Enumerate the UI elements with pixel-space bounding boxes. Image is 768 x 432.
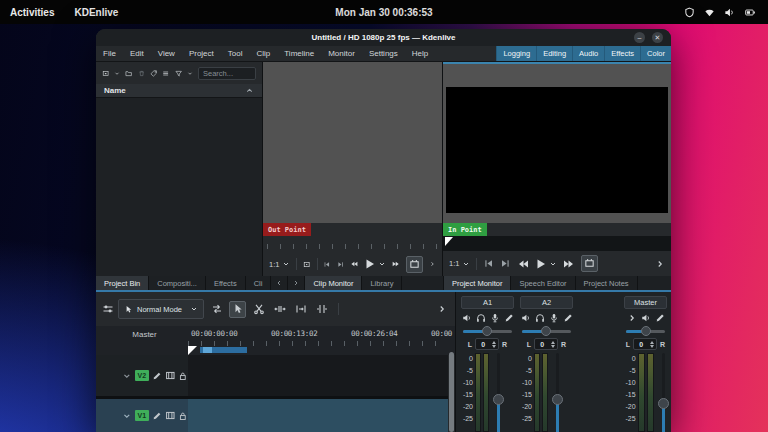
play-button[interactable] (364, 258, 386, 270)
volume-slider[interactable] (550, 351, 565, 432)
add-clip-icon[interactable] (102, 68, 109, 79)
layout-editing-button[interactable]: Editing (536, 46, 572, 61)
layout-color-button[interactable]: Color (640, 46, 671, 61)
selection-tool-button[interactable] (229, 301, 246, 318)
filter-icon[interactable] (175, 68, 182, 79)
slip-tool-button[interactable] (313, 301, 330, 318)
collapse-track-icon[interactable] (122, 371, 132, 381)
go-zone-end-icon[interactable] (337, 259, 344, 270)
tab-project-monitor[interactable]: Project Monitor (444, 276, 511, 290)
bin-name-header[interactable]: Name (96, 84, 262, 98)
tab-scroll-left[interactable] (271, 276, 288, 290)
volume-icon[interactable] (724, 7, 735, 18)
effects-pencil-icon[interactable] (504, 313, 514, 323)
toolbar-overflow-icon[interactable] (437, 304, 447, 314)
chevron-down-icon[interactable] (114, 69, 120, 78)
menu-tool[interactable]: Tool (221, 46, 250, 61)
expand-mixer-icon[interactable] (627, 313, 637, 323)
menu-clip[interactable]: Clip (249, 46, 277, 61)
lock-icon[interactable] (178, 371, 188, 381)
monitor-headphones-icon[interactable] (535, 313, 545, 323)
channel-name-button[interactable]: A1 (461, 296, 514, 309)
app-menu-button[interactable]: KDEnlive (64, 0, 128, 24)
track-label-v1[interactable]: V1 (135, 410, 149, 421)
edit-track-icon[interactable] (152, 411, 162, 421)
tab-scroll-right[interactable] (288, 276, 305, 290)
slider-knob[interactable] (493, 394, 504, 405)
record-mic-icon[interactable] (549, 313, 559, 323)
monitor-overlay-icon[interactable] (303, 259, 310, 270)
mix-clips-button[interactable] (208, 301, 225, 318)
timeline-zone-bar[interactable] (200, 347, 247, 353)
pan-slider[interactable] (626, 326, 665, 336)
menu-help[interactable]: Help (405, 46, 435, 61)
edit-track-icon[interactable] (152, 371, 162, 381)
slider-knob[interactable] (658, 398, 669, 409)
balance-spinbox[interactable]: 0 (633, 338, 657, 350)
razor-tool-button[interactable] (250, 301, 267, 318)
zone-mode-toggle[interactable] (581, 255, 598, 272)
fast-forward-icon[interactable] (563, 258, 575, 270)
go-zone-start-icon[interactable] (323, 259, 330, 270)
pan-knob[interactable] (482, 326, 492, 336)
timeline-vertical-scrollbar[interactable] (449, 352, 454, 432)
mute-icon[interactable] (521, 313, 531, 323)
menu-timeline[interactable]: Timeline (277, 46, 321, 61)
channel-name-button[interactable]: A2 (520, 296, 573, 309)
master-track-button[interactable]: Master (122, 330, 167, 339)
search-input[interactable] (198, 67, 256, 80)
fast-forward-icon[interactable] (392, 258, 400, 270)
title-bar[interactable]: Untitled / HD 1080p 25 fps — Kdenlive – … (96, 29, 671, 46)
volume-slider[interactable] (656, 351, 670, 432)
battery-icon[interactable] (744, 7, 756, 18)
open-folder-icon[interactable] (125, 68, 132, 79)
minimize-button[interactable]: – (634, 32, 645, 43)
slider-knob[interactable] (552, 394, 563, 405)
track-label-v2[interactable]: V2 (135, 370, 149, 381)
rewind-icon[interactable] (350, 258, 358, 270)
menu-settings[interactable]: Settings (362, 46, 405, 61)
tab-project-notes[interactable]: Project Notes (576, 276, 638, 290)
close-button[interactable]: ✕ (652, 32, 663, 43)
monitor-playhead[interactable] (445, 237, 453, 246)
balance-spinbox[interactable]: 0 (475, 338, 499, 350)
monitor-headphones-icon[interactable] (476, 313, 486, 323)
view-options-icon[interactable] (162, 68, 169, 79)
bin-empty-area[interactable] (96, 98, 262, 276)
tag-icon[interactable] (150, 68, 157, 79)
activities-button[interactable]: Activities (0, 0, 64, 24)
pan-slider[interactable] (463, 326, 512, 336)
track-content-v1[interactable] (188, 399, 448, 432)
timeline-settings-icon[interactable] (102, 303, 114, 315)
zone-mode-toggle[interactable] (406, 256, 423, 273)
mute-icon[interactable] (462, 313, 472, 323)
timeline-ruler[interactable]: Master 00:00:00:00 00:00:13:02 00:00:26:… (96, 326, 455, 355)
go-zone-start-icon[interactable] (483, 258, 494, 269)
tab-clip-properties[interactable]: Cli (246, 276, 272, 290)
track-content-v2[interactable] (188, 355, 448, 397)
record-mic-icon[interactable] (490, 313, 500, 323)
thumbnails-icon[interactable] (165, 410, 176, 421)
menu-monitor[interactable]: Monitor (321, 46, 362, 61)
tab-effects[interactable]: Effects (206, 276, 246, 290)
pan-knob[interactable] (641, 326, 651, 336)
zone-handle[interactable] (203, 347, 212, 353)
monitor-zoom-dropdown[interactable]: 1:1 (269, 260, 290, 269)
spacer-tool-button[interactable] (271, 301, 288, 318)
menu-view[interactable]: View (151, 46, 182, 61)
layout-audio-button[interactable]: Audio (572, 46, 604, 61)
monitor-zoom-dropdown[interactable]: 1:1 (449, 259, 470, 268)
ripple-tool-button[interactable] (292, 301, 309, 318)
mute-icon[interactable] (641, 313, 651, 323)
layout-logging-button[interactable]: Logging (496, 46, 536, 61)
layout-effects-button[interactable]: Effects (604, 46, 640, 61)
shield-icon[interactable] (684, 7, 695, 18)
menu-project[interactable]: Project (182, 46, 221, 61)
chevron-down-icon[interactable] (187, 69, 193, 78)
pan-knob[interactable] (541, 326, 551, 336)
effects-pencil-icon[interactable] (655, 313, 665, 323)
project-monitor-ruler[interactable] (443, 236, 671, 251)
go-zone-end-icon[interactable] (500, 258, 511, 269)
tab-library[interactable]: Library (362, 276, 402, 290)
clip-monitor-ruler[interactable] (263, 236, 442, 252)
